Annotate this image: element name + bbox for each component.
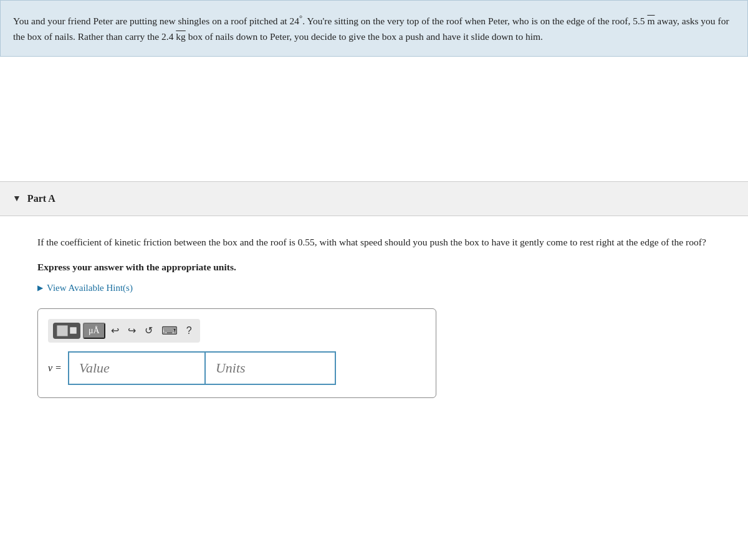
hint-arrow-icon: ▶ xyxy=(37,283,43,293)
part-a-toggle[interactable]: ▼ xyxy=(12,194,21,204)
undo-button[interactable]: ↩ xyxy=(108,323,122,338)
question-text: If the coefficient of kinetic friction b… xyxy=(37,235,711,250)
answer-box: μÅ ↩ ↪ ↺ ⌨ ? v = xyxy=(37,308,436,398)
template-small-icon xyxy=(70,327,77,334)
reset-icon: ↺ xyxy=(145,325,153,336)
part-a-content: If the coefficient of kinetic friction b… xyxy=(0,216,748,423)
problem-statement: You and your friend Peter are putting ne… xyxy=(0,0,748,57)
keyboard-icon: ⌨ xyxy=(161,324,178,338)
v-label: v = xyxy=(48,363,62,374)
view-hints-link[interactable]: ▶ View Available Hint(s) xyxy=(37,283,711,293)
value-input[interactable] xyxy=(68,351,205,385)
redo-icon: ↪ xyxy=(128,325,136,336)
content-area xyxy=(0,57,748,181)
reset-button[interactable]: ↺ xyxy=(141,323,156,338)
undo-icon: ↩ xyxy=(111,325,119,336)
template-big-icon xyxy=(57,325,68,336)
toolbar: μÅ ↩ ↪ ↺ ⌨ ? xyxy=(48,319,200,343)
units-input[interactable] xyxy=(205,351,336,385)
help-icon: ? xyxy=(186,325,192,336)
help-button[interactable]: ? xyxy=(183,324,195,338)
redo-button[interactable]: ↪ xyxy=(125,323,139,338)
express-answer-label: Express your answer with the appropriate… xyxy=(37,262,711,273)
input-row: v = xyxy=(48,351,426,385)
part-a-label: Part A xyxy=(27,193,55,204)
part-a-header[interactable]: ▼ Part A xyxy=(0,182,748,216)
mu-button[interactable]: μÅ xyxy=(83,323,105,339)
keyboard-button[interactable]: ⌨ xyxy=(158,323,181,339)
template-group[interactable] xyxy=(53,323,80,339)
problem-text: You and your friend Peter are putting ne… xyxy=(13,16,729,42)
hint-link-label: View Available Hint(s) xyxy=(47,283,133,293)
